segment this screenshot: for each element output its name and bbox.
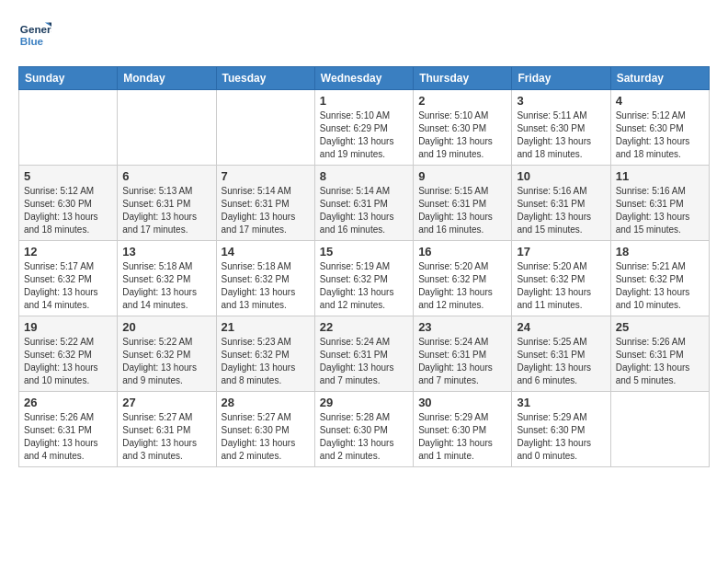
calendar-cell: 19Sunrise: 5:22 AM Sunset: 6:32 PM Dayli… <box>19 316 118 392</box>
day-info: Sunrise: 5:28 AM Sunset: 6:30 PM Dayligh… <box>320 411 408 463</box>
day-info: Sunrise: 5:13 AM Sunset: 6:31 PM Dayligh… <box>122 185 210 236</box>
calendar-cell: 31Sunrise: 5:29 AM Sunset: 6:30 PM Dayli… <box>512 392 610 467</box>
day-info: Sunrise: 5:10 AM Sunset: 6:30 PM Dayligh… <box>418 109 506 161</box>
day-info: Sunrise: 5:19 AM Sunset: 6:32 PM Dayligh… <box>320 260 408 312</box>
calendar-cell <box>19 90 118 166</box>
day-info: Sunrise: 5:29 AM Sunset: 6:30 PM Dayligh… <box>418 411 506 463</box>
day-info: Sunrise: 5:16 AM Sunset: 6:31 PM Dayligh… <box>616 185 704 236</box>
day-number: 21 <box>222 320 310 334</box>
calendar-cell: 27Sunrise: 5:27 AM Sunset: 6:31 PM Dayli… <box>118 392 216 467</box>
calendar-cell: 20Sunrise: 5:22 AM Sunset: 6:32 PM Dayli… <box>118 316 216 392</box>
day-info: Sunrise: 5:22 AM Sunset: 6:32 PM Dayligh… <box>24 336 112 387</box>
calendar-cell: 15Sunrise: 5:19 AM Sunset: 6:32 PM Dayli… <box>314 241 413 316</box>
calendar-cell: 10Sunrise: 5:16 AM Sunset: 6:31 PM Dayli… <box>512 166 610 241</box>
calendar-cell: 11Sunrise: 5:16 AM Sunset: 6:31 PM Dayli… <box>610 166 709 241</box>
day-info: Sunrise: 5:27 AM Sunset: 6:30 PM Dayligh… <box>222 411 310 463</box>
day-info: Sunrise: 5:20 AM Sunset: 6:32 PM Dayligh… <box>418 260 506 312</box>
day-number: 8 <box>320 169 408 183</box>
day-info: Sunrise: 5:18 AM Sunset: 6:32 PM Dayligh… <box>222 260 310 312</box>
day-info: Sunrise: 5:14 AM Sunset: 6:31 PM Dayligh… <box>222 185 310 236</box>
day-number: 30 <box>418 396 506 409</box>
day-number: 4 <box>616 94 704 108</box>
weekday-header-cell: Saturday <box>610 67 709 90</box>
day-number: 24 <box>517 320 605 334</box>
day-number: 6 <box>122 169 210 183</box>
day-info: Sunrise: 5:12 AM Sunset: 6:30 PM Dayligh… <box>616 109 704 161</box>
calendar-cell: 4Sunrise: 5:12 AM Sunset: 6:30 PM Daylig… <box>610 90 709 166</box>
calendar-cell: 28Sunrise: 5:27 AM Sunset: 6:30 PM Dayli… <box>216 392 314 467</box>
day-info: Sunrise: 5:24 AM Sunset: 6:31 PM Dayligh… <box>418 336 506 387</box>
calendar-cell: 24Sunrise: 5:25 AM Sunset: 6:31 PM Dayli… <box>512 316 610 392</box>
calendar-cell: 30Sunrise: 5:29 AM Sunset: 6:30 PM Dayli… <box>414 392 512 467</box>
day-number: 20 <box>122 320 210 334</box>
day-number: 11 <box>616 169 704 183</box>
day-number: 16 <box>418 245 506 259</box>
day-number: 18 <box>616 245 704 259</box>
calendar-cell <box>610 392 709 467</box>
calendar-cell: 25Sunrise: 5:26 AM Sunset: 6:31 PM Dayli… <box>610 316 709 392</box>
day-number: 2 <box>418 94 506 108</box>
calendar-cell: 18Sunrise: 5:21 AM Sunset: 6:32 PM Dayli… <box>610 241 709 316</box>
calendar-cell: 13Sunrise: 5:18 AM Sunset: 6:32 PM Dayli… <box>118 241 216 316</box>
calendar-week-row: 5Sunrise: 5:12 AM Sunset: 6:30 PM Daylig… <box>19 166 710 241</box>
weekday-header-cell: Wednesday <box>314 67 413 90</box>
day-number: 28 <box>222 396 310 409</box>
svg-text:General: General <box>20 23 51 35</box>
day-number: 17 <box>517 245 605 259</box>
calendar-table: SundayMondayTuesdayWednesdayThursdayFrid… <box>18 66 710 467</box>
calendar-cell: 7Sunrise: 5:14 AM Sunset: 6:31 PM Daylig… <box>216 166 314 241</box>
day-info: Sunrise: 5:27 AM Sunset: 6:31 PM Dayligh… <box>122 411 210 463</box>
day-info: Sunrise: 5:26 AM Sunset: 6:31 PM Dayligh… <box>24 411 112 463</box>
calendar-cell: 17Sunrise: 5:20 AM Sunset: 6:32 PM Dayli… <box>512 241 610 316</box>
calendar-cell: 6Sunrise: 5:13 AM Sunset: 6:31 PM Daylig… <box>118 166 216 241</box>
svg-text:Blue: Blue <box>20 35 44 47</box>
calendar-week-row: 26Sunrise: 5:26 AM Sunset: 6:31 PM Dayli… <box>19 392 710 467</box>
day-info: Sunrise: 5:12 AM Sunset: 6:30 PM Dayligh… <box>24 185 112 236</box>
calendar-cell: 23Sunrise: 5:24 AM Sunset: 6:31 PM Dayli… <box>414 316 512 392</box>
weekday-header-row: SundayMondayTuesdayWednesdayThursdayFrid… <box>19 67 710 90</box>
day-info: Sunrise: 5:25 AM Sunset: 6:31 PM Dayligh… <box>517 336 605 387</box>
day-info: Sunrise: 5:16 AM Sunset: 6:31 PM Dayligh… <box>517 185 605 236</box>
day-number: 29 <box>320 396 408 409</box>
weekday-header-cell: Thursday <box>414 67 512 90</box>
calendar-cell <box>216 90 314 166</box>
day-number: 3 <box>517 94 605 108</box>
weekday-header-cell: Sunday <box>19 67 118 90</box>
calendar-cell: 29Sunrise: 5:28 AM Sunset: 6:30 PM Dayli… <box>314 392 413 467</box>
calendar-cell: 14Sunrise: 5:18 AM Sunset: 6:32 PM Dayli… <box>216 241 314 316</box>
day-info: Sunrise: 5:20 AM Sunset: 6:32 PM Dayligh… <box>517 260 605 312</box>
calendar-cell: 16Sunrise: 5:20 AM Sunset: 6:32 PM Dayli… <box>414 241 512 316</box>
calendar-cell: 12Sunrise: 5:17 AM Sunset: 6:32 PM Dayli… <box>19 241 118 316</box>
day-number: 19 <box>24 320 112 334</box>
calendar-cell: 22Sunrise: 5:24 AM Sunset: 6:31 PM Dayli… <box>314 316 413 392</box>
day-number: 15 <box>320 245 408 259</box>
calendar-week-row: 1Sunrise: 5:10 AM Sunset: 6:29 PM Daylig… <box>19 90 710 166</box>
day-info: Sunrise: 5:10 AM Sunset: 6:29 PM Dayligh… <box>320 109 408 161</box>
day-info: Sunrise: 5:22 AM Sunset: 6:32 PM Dayligh… <box>122 336 210 387</box>
page-header: General Blue <box>18 18 710 52</box>
day-number: 1 <box>320 94 408 108</box>
day-info: Sunrise: 5:21 AM Sunset: 6:32 PM Dayligh… <box>616 260 704 312</box>
day-number: 25 <box>616 320 704 334</box>
day-number: 10 <box>517 169 605 183</box>
calendar-cell: 2Sunrise: 5:10 AM Sunset: 6:30 PM Daylig… <box>414 90 512 166</box>
day-info: Sunrise: 5:24 AM Sunset: 6:31 PM Dayligh… <box>320 336 408 387</box>
calendar-cell: 9Sunrise: 5:15 AM Sunset: 6:31 PM Daylig… <box>414 166 512 241</box>
day-info: Sunrise: 5:26 AM Sunset: 6:31 PM Dayligh… <box>616 336 704 387</box>
day-number: 22 <box>320 320 408 334</box>
calendar-cell: 3Sunrise: 5:11 AM Sunset: 6:30 PM Daylig… <box>512 90 610 166</box>
weekday-header-cell: Friday <box>512 67 610 90</box>
calendar-week-row: 19Sunrise: 5:22 AM Sunset: 6:32 PM Dayli… <box>19 316 710 392</box>
logo-icon: General Blue <box>18 18 51 52</box>
day-number: 7 <box>222 169 310 183</box>
calendar-cell: 5Sunrise: 5:12 AM Sunset: 6:30 PM Daylig… <box>19 166 118 241</box>
calendar-cell: 26Sunrise: 5:26 AM Sunset: 6:31 PM Dayli… <box>19 392 118 467</box>
calendar-cell: 8Sunrise: 5:14 AM Sunset: 6:31 PM Daylig… <box>314 166 413 241</box>
day-number: 13 <box>122 245 210 259</box>
day-number: 26 <box>24 396 112 409</box>
day-number: 23 <box>418 320 506 334</box>
calendar-body: 1Sunrise: 5:10 AM Sunset: 6:29 PM Daylig… <box>19 90 710 467</box>
day-info: Sunrise: 5:18 AM Sunset: 6:32 PM Dayligh… <box>122 260 210 312</box>
day-info: Sunrise: 5:14 AM Sunset: 6:31 PM Dayligh… <box>320 185 408 236</box>
calendar-cell <box>118 90 216 166</box>
